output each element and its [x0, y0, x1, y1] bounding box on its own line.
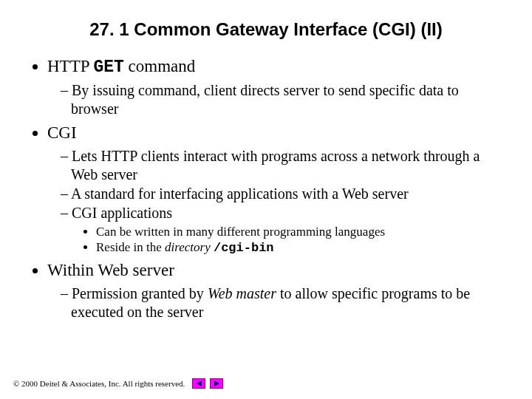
slide-title: 27. 1 Common Gateway Interface (CGI) (II… [27, 19, 505, 40]
text: Reside in the [96, 240, 165, 254]
sub-bullet: CGI applications Can be written in many … [61, 204, 505, 256]
sub-bullet: A standard for interfacing applications … [61, 185, 505, 203]
text: Permission granted by [72, 285, 208, 301]
arrow-left-icon [197, 381, 202, 386]
sub-bullet: By issuing command, client directs serve… [61, 81, 505, 118]
bullet-cgi: CGI Lets HTTP clients interact with prog… [47, 123, 505, 256]
bullet-web-server: Within Web server Permission granted by … [47, 260, 505, 321]
text: command [124, 57, 195, 75]
sub-bullet: Permission granted by Web master to allo… [61, 284, 505, 321]
text-italic: directory [165, 240, 214, 254]
sub-bullet: Lets HTTP clients interact with programs… [61, 147, 505, 184]
code-cgi-bin: /cgi-bin [214, 241, 274, 255]
nav-buttons [192, 378, 223, 389]
copyright-text: © 2000 Deitel & Associates, Inc. All rig… [13, 379, 185, 388]
sub-sub-bullet: Reside in the directory /cgi-bin [96, 239, 505, 256]
arrow-right-icon [214, 381, 219, 386]
prev-slide-button[interactable] [192, 378, 205, 389]
text: Within Web server [47, 261, 174, 279]
footer: © 2000 Deitel & Associates, Inc. All rig… [13, 378, 223, 389]
bullet-http-get: HTTP GET command By issuing command, cli… [47, 56, 505, 118]
text: CGI applications [72, 205, 172, 221]
next-slide-button[interactable] [210, 378, 223, 389]
code-get: GET [93, 58, 123, 77]
bullet-list: HTTP GET command By issuing command, cli… [27, 56, 505, 321]
sub-sub-bullet: Can be written in many different program… [96, 224, 505, 239]
text: CGI [47, 123, 77, 142]
text: HTTP [47, 57, 93, 75]
text-italic: Web master [208, 285, 276, 301]
